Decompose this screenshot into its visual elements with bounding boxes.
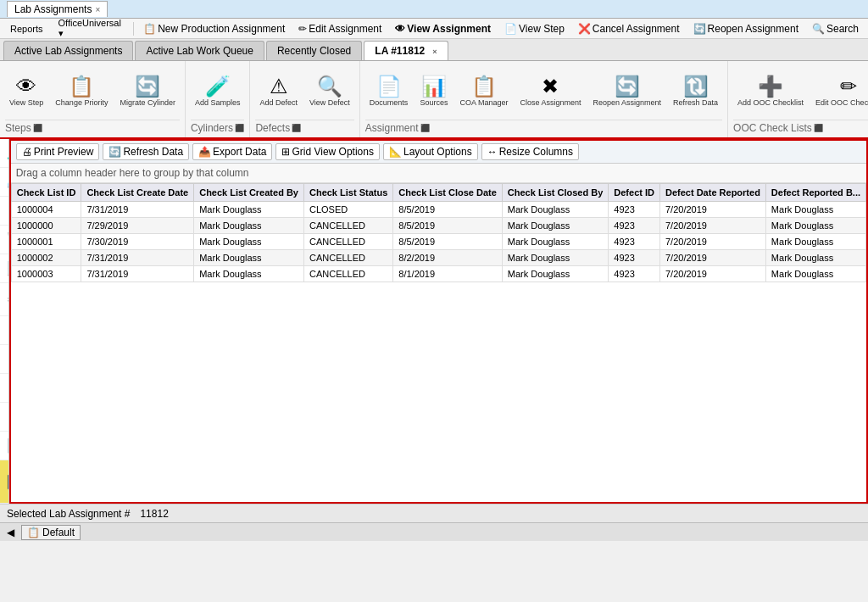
col-header-close-date[interactable]: Check List Close Date [393,184,503,202]
table-row[interactable]: 10000047/31/2019Mark DouglassCLOSED8/5/2… [11,202,865,218]
grid-view-options-button[interactable]: ⊞ Grid View Options [275,143,380,160]
reopen-assignment-icon: 🔄 [693,23,706,35]
toolbar-reopen-assignment[interactable]: 🔄 Reopen Assignment [687,20,804,37]
status-bar: Selected Lab Assignment # 11812 [0,504,868,522]
ribbon-btn-refresh-data[interactable]: 🔃 Refresh Data [669,74,722,109]
title-tab[interactable]: Lab Assignments × [7,1,108,17]
add-samples-icon: 🧪 [205,76,231,97]
scroll-left-icon[interactable]: ◀ [7,527,14,538]
toolbar-view-assignment[interactable]: 👁 View Assignment [389,20,497,37]
add-ooc-icon: ➕ [758,76,783,97]
col-header-created-by[interactable]: Check List Created By [194,184,304,202]
sidebar-item-coas[interactable]: 📄 COAs [0,345,9,374]
ribbon-group-cylinders-expand[interactable]: ⬛ [235,124,244,132]
table-cell-1-7: 7/20/2019 [660,218,766,234]
grid-container[interactable]: Check List ID Check List Create Date Che… [11,183,866,502]
col-header-defect-id[interactable]: Defect ID [609,184,660,202]
ribbon-group-cylinders: 🧪 Add Samples Cylinders ⬛ [186,61,251,137]
toolbar-view-step[interactable]: 📄 View Step [498,20,570,37]
ribbon-btn-view-step[interactable]: 👁 View Step [5,74,47,109]
col-header-checklist-id[interactable]: Check List ID [11,184,81,202]
resize-columns-icon: ↔ [487,146,498,158]
table-cell-2-8: Mark Douglass [765,234,865,250]
tab-recently-closed[interactable]: Recently Closed [266,41,362,60]
ribbon-btn-change-priority[interactable]: 📋 Change Priority [51,74,112,109]
ribbon-btn-documents[interactable]: 📄 Documents [365,74,413,109]
toolbar-search[interactable]: 🔍 Search [806,20,865,37]
table-row[interactable]: 10000037/31/2019Mark DouglassCANCELLED8/… [11,266,865,282]
table-row[interactable]: 10000017/30/2019Mark DouglassCANCELLED8/… [11,234,865,250]
toolbar-new-production[interactable]: 📋 New Production Assignment [137,20,291,37]
title-close[interactable]: × [95,5,100,14]
documents-icon: 📄 [376,76,402,97]
sidebar-item-notes[interactable]: 📁 Notes [0,197,9,226]
table-row[interactable]: 10000007/29/2019Mark DouglassCANCELLED8/… [11,218,865,234]
ribbon-btn-migrate-cylinder[interactable]: 🔄 Migrate Cylinder [115,74,180,109]
ribbon-btn-reopen-assignment[interactable]: 🔄 Reopen Assignment [588,74,665,109]
layout-options-icon: 📐 [389,146,402,158]
ribbon-btn-edit-ooc[interactable]: ✏ Edit OOC Checklist [811,74,868,109]
ribbon-groups: 👁 View Step 📋 Change Priority 🔄 Migrate … [0,61,868,137]
table-cell-4-2: Mark Douglass [194,266,304,282]
table-row[interactable]: 10000027/31/2019Mark DouglassCANCELLED8/… [11,250,865,266]
print-preview-button[interactable]: 🖨 Print Preview [16,143,100,160]
menu-office[interactable]: OfficeUniversal ▾ [52,16,131,41]
sidebar-item-properties[interactable]: 📈 Properties [0,254,9,283]
sidebar-item-ooc-check-lists[interactable]: 🔲 OOC Check Lists [0,460,9,504]
ribbon-group-cylinders-buttons: 🧪 Add Samples [191,64,245,118]
col-header-closed-by[interactable]: Check List Closed By [502,184,608,202]
sidebar-item-tests[interactable]: 🧫 Tests [0,168,9,197]
ribbon-btn-add-samples[interactable]: 🧪 Add Samples [191,74,245,109]
ribbon-btn-add-defect[interactable]: ⚠ Add Defect [255,74,302,109]
default-button[interactable]: 📋 Default [21,525,81,540]
col-header-create-date[interactable]: Check List Create Date [81,184,194,202]
table-cell-3-8: Mark Douglass [765,250,865,266]
tab-active-lab-work-queue[interactable]: Active Lab Work Queue [135,41,264,60]
table-cell-0-2: Mark Douglass [194,202,304,218]
toolbar-edit-assignment[interactable]: ✏ Edit Assignment [292,20,387,37]
sidebar-item-defects[interactable]: 🎯 Defects [0,374,9,403]
sidebar-item-cylinders[interactable]: 🧪 Cylinders [0,139,9,168]
ribbon-btn-sources[interactable]: 📊 Sources [415,74,452,109]
sidebar-item-material-specs[interactable]: ⚙ Material Specifications [0,283,9,316]
ribbon-group-steps-expand[interactable]: ⬛ [33,124,42,132]
table-cell-2-3: CANCELLED [303,234,392,250]
main-layout: 🧪 Cylinders 🧫 Tests 📁 Notes 🚩 Milestones… [0,139,868,504]
tab-la-11812[interactable]: LA #11812 × [364,41,448,60]
ribbon-btn-view-defect[interactable]: 🔍 View Defect [305,74,354,109]
ribbon-group-defects-buttons: ⚠ Add Defect 🔍 View Defect [255,64,353,118]
new-production-icon: 📋 [143,23,156,35]
table-cell-3-3: CANCELLED [303,250,392,266]
refresh-data-icon: 🔃 [683,76,709,97]
sidebar-item-sources[interactable]: 📦 Sources [0,316,9,345]
col-header-defect-reported[interactable]: Defect Reported B... [765,184,865,202]
table-cell-0-7: 7/20/2019 [660,202,766,218]
table-cell-3-1: 7/31/2019 [81,250,194,266]
layout-options-button[interactable]: 📐 Layout Options [383,143,478,160]
ribbon-btn-close-assignment[interactable]: ✖ Close Assignment [515,74,585,109]
app-title: Lab Assignments [14,3,92,15]
table-cell-2-5: Mark Douglass [502,234,608,250]
col-header-status[interactable]: Check List Status [303,184,392,202]
ribbon-btn-add-ooc[interactable]: ➕ Add OOC Checklist [733,74,808,109]
menu-bar: Reports OfficeUniversal ▾ 📋 New Producti… [0,19,868,39]
ribbon-group-assignment-expand[interactable]: ⬛ [420,124,430,132]
sidebar-item-documents[interactable]: 📋 Documents [0,403,9,432]
ribbon-group-defects-expand[interactable]: ⬛ [292,124,301,132]
resize-columns-button[interactable]: ↔ Resize Columns [481,143,579,160]
menu-reports[interactable]: Reports [3,22,50,36]
table-cell-1-6: 4923 [609,218,660,234]
ribbon-btn-coa-manager[interactable]: 📋 COA Manager [455,74,512,109]
sidebar-item-samples[interactable]: 📊 Samples [0,432,9,460]
tab-close-icon[interactable]: × [432,47,437,56]
view-step-icon: 📄 [504,23,517,35]
grid-view-icon: ⊞ [281,146,290,158]
ribbon-group-ooc-expand[interactable]: ⬛ [814,124,823,132]
toolbar-cancel-assignment[interactable]: ❌ Cancel Assignment [572,20,686,37]
table-body: 10000047/31/2019Mark DouglassCLOSED8/5/2… [11,202,865,282]
col-header-defect-date[interactable]: Defect Date Reported [660,184,766,202]
sidebar-item-milestones[interactable]: 🚩 Milestones [0,226,9,254]
tab-active-lab-assignments[interactable]: Active Lab Assignments [3,41,133,60]
export-data-button[interactable]: 📤 Export Data [192,143,272,160]
refresh-data-button[interactable]: 🔄 Refresh Data [103,143,189,160]
